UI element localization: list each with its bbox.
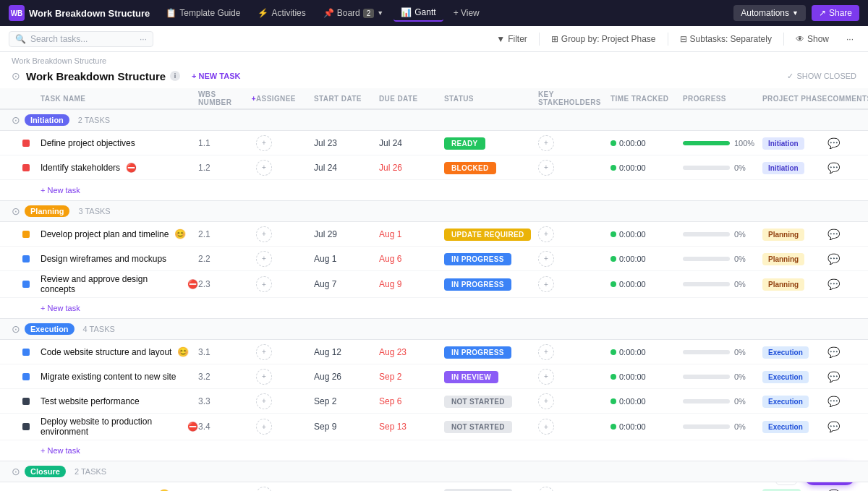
assign-button[interactable]: + — [256, 393, 272, 409]
tab-activities[interactable]: ⚡ Activities — [250, 5, 312, 21]
show-closed-button[interactable]: ✓ SHOW CLOSED — [787, 72, 856, 81]
comment-icon[interactable]: 💬 — [827, 137, 840, 149]
comment-icon[interactable]: 💬 — [827, 229, 840, 240]
show-button[interactable]: 👁 Show — [790, 32, 835, 46]
task-name[interactable]: Develop project plan and timeline — [41, 229, 169, 239]
add-task-button[interactable]: + New task — [41, 184, 80, 196]
section-count-execution: 4 TASKS — [83, 325, 115, 333]
assign-button[interactable]: + — [256, 419, 272, 435]
assign-button[interactable]: + — [256, 160, 272, 176]
tab-template-guide[interactable]: 📋 Template Guide — [158, 5, 247, 21]
add-task-button[interactable]: + New task — [41, 445, 80, 456]
task-status[interactable]: IN PROGRESS — [444, 253, 511, 265]
new-task-row-planning: + New task — [0, 298, 868, 318]
task-status[interactable]: READY — [444, 137, 485, 150]
comment-icon[interactable]: 💬 — [827, 421, 840, 432]
group-by-button[interactable]: ⊞ Group by: Project Phase — [545, 32, 662, 46]
comment-icon[interactable]: 💬 — [827, 278, 840, 290]
task-comment-cell: 💬 — [827, 278, 856, 290]
section-collapse-execution[interactable]: ⊙ — [12, 323, 20, 335]
info-icon[interactable]: i — [170, 71, 180, 81]
new-task-header-button[interactable]: + NEW TASK — [186, 69, 246, 82]
section-badge-closure: Closure — [25, 466, 66, 477]
page-collapse-icon[interactable]: ⊙ — [12, 70, 20, 82]
task-stakeholder-cell: + — [538, 251, 610, 267]
task-phase-cell: Planning — [762, 229, 827, 239]
assign-button[interactable]: + — [256, 226, 272, 242]
task-status[interactable]: NOT STARTED — [444, 396, 512, 408]
task-stakeholder-cell: + — [538, 419, 610, 435]
task-name[interactable]: Migrate existing content to new site — [41, 372, 176, 382]
filter-button[interactable]: ▼ Filter — [490, 32, 533, 46]
stakeholder-add-button[interactable]: + — [538, 393, 554, 409]
comment-icon[interactable]: 💬 — [827, 371, 840, 383]
task-progress-cell: 100% — [683, 139, 762, 148]
activities-icon: ⚡ — [258, 8, 268, 18]
comment-icon[interactable]: 💬 — [827, 162, 840, 174]
subtasks-button[interactable]: ⊟ Subtasks: Separately — [674, 32, 778, 46]
task-status[interactable]: BLOCKED — [444, 162, 496, 174]
task-name[interactable]: Review and approve design concepts — [41, 274, 182, 294]
assign-button[interactable]: + — [256, 135, 272, 151]
task-wbs: 1.2 — [198, 163, 256, 173]
task-status[interactable]: NOT STARTED — [444, 489, 512, 492]
section-collapse-initiation[interactable]: ⊙ — [12, 114, 20, 126]
task-start-date: Jul 29 — [314, 229, 379, 239]
progress-bar-fill — [683, 141, 730, 145]
task-phase: Execution — [762, 371, 809, 383]
assign-button[interactable]: + — [256, 369, 272, 385]
share-button[interactable]: ↗ Share — [812, 5, 859, 21]
board-badge: 2 — [363, 9, 375, 18]
stakeholder-add-button[interactable]: + — [538, 226, 554, 242]
task-name[interactable]: Define project objectives — [41, 138, 135, 148]
progress-bar-bg — [683, 424, 730, 429]
breadcrumb: Work Breakdown Structure — [0, 52, 868, 67]
task-status[interactable]: IN REVIEW — [444, 371, 498, 383]
task-wbs: 3.3 — [198, 396, 256, 406]
section-collapse-closure[interactable]: ⊙ — [12, 466, 20, 477]
stakeholder-add-button[interactable]: + — [538, 419, 554, 435]
stakeholder-add-button[interactable]: + — [538, 135, 554, 151]
stakeholder-add-button[interactable]: + — [538, 276, 554, 292]
stakeholder-add-button[interactable]: + — [538, 251, 554, 267]
stakeholder-add-button[interactable]: + — [538, 344, 554, 360]
task-status[interactable]: IN PROGRESS — [444, 278, 511, 291]
task-row: Develop project plan and timeline 😊 2.1 … — [0, 222, 868, 247]
task-name[interactable]: Design wireframes and mockups — [41, 254, 166, 264]
task-status[interactable]: UPDATE REQUIRED — [444, 229, 531, 241]
assign-button[interactable]: + — [256, 251, 272, 267]
comment-icon[interactable]: 💬 — [827, 346, 840, 358]
add-task-button[interactable]: + New task — [41, 302, 80, 314]
automations-button[interactable]: Automations ▼ — [733, 5, 806, 21]
section-collapse-planning[interactable]: ⊙ — [12, 205, 20, 217]
progress-pct: 0% — [734, 372, 754, 381]
stakeholder-add-button[interactable]: + — [538, 369, 554, 385]
assign-button[interactable]: + — [256, 344, 272, 360]
task-name[interactable]: Code website structure and layout — [41, 347, 171, 357]
tab-board[interactable]: 📌 Board 2 ▼ — [316, 5, 391, 21]
time-value: 0:00:00 — [619, 230, 646, 239]
app-logo[interactable]: WB Work Breakdown Structure — [9, 5, 150, 21]
section-count-closure: 2 TASKS — [75, 467, 106, 476]
task-stakeholder-cell: + — [538, 276, 610, 292]
search-box[interactable]: 🔍 Search tasks... ··· — [9, 31, 153, 47]
task-status[interactable]: NOT STARTED — [444, 421, 512, 433]
stakeholder-add-button[interactable]: + — [538, 160, 554, 176]
more-options-button[interactable]: ··· — [841, 32, 859, 46]
task-name[interactable]: Identify stakeholders — [41, 163, 120, 173]
assign-button[interactable]: + — [256, 276, 272, 292]
comment-icon[interactable]: 💬 — [827, 253, 840, 265]
task-phase-cell: Execution — [762, 422, 827, 432]
comment-icon[interactable]: 💬 — [827, 396, 840, 407]
task-name[interactable]: Test website performance — [41, 396, 140, 406]
stakeholder-add-button[interactable]: + — [538, 487, 554, 492]
task-comment-cell: 💬 — [827, 162, 856, 174]
assign-button[interactable]: + — [256, 487, 272, 492]
task-name[interactable]: Deploy website to production environment — [41, 417, 182, 437]
check-icon: ✓ — [787, 72, 793, 81]
task-name-cell: Code website structure and layout 😊 — [41, 346, 198, 357]
tab-add-view[interactable]: + View — [446, 5, 487, 21]
tab-gantt[interactable]: 📊 Gantt — [393, 4, 443, 22]
task-status[interactable]: IN PROGRESS — [444, 346, 511, 359]
task-phase: Initiation — [762, 162, 804, 174]
